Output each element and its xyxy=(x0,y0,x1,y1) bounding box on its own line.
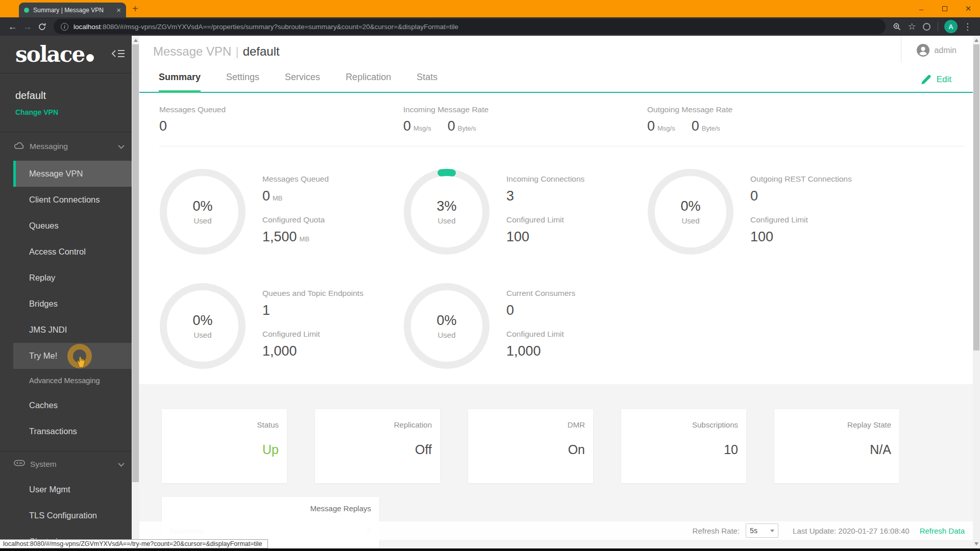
sidebar-item-transactions[interactable]: Transactions xyxy=(13,418,132,444)
logo-dot-icon xyxy=(86,54,94,62)
sidebar-item-tls-configuration[interactable]: TLS Configuration xyxy=(13,503,132,529)
sidebar-item-replay[interactable]: Replay xyxy=(13,265,132,291)
tab-settings[interactable]: Settings xyxy=(226,72,259,93)
gauge-current-consumers: 0%Used Current Consumers 0 Configured Li… xyxy=(403,283,647,370)
sidebar-item-caches[interactable]: Caches xyxy=(13,392,132,418)
zoom-icon[interactable] xyxy=(890,19,904,34)
sidebar-item-client-connections[interactable]: Client Connections xyxy=(13,187,132,213)
gauge-incoming-connections: 3%Used Incoming Connections 3 Configured… xyxy=(403,168,647,256)
sidebar-item-message-vpn[interactable]: Message VPN xyxy=(13,161,132,187)
tile-replay-state: Replay State N/A xyxy=(774,409,899,483)
edit-button[interactable]: Edit xyxy=(920,73,951,86)
url-text: localhost:8080/#/msg-vpns/ZGVmYXVsdA==/p… xyxy=(74,23,458,31)
gauges: 0%Used Messages Queued 0MB Configured Qu… xyxy=(159,168,891,397)
url-bar[interactable]: i localhost:8080/#/msg-vpns/ZGVmYXVsdA==… xyxy=(54,19,886,34)
url-path: :8080/#/msg-vpns/ZGVmYXVsdA==/properties… xyxy=(101,23,458,31)
status-bubble: localhost:8080/#/msg-vpns/ZGVmYXVsdA==/t… xyxy=(0,539,268,548)
main-content: Message VPN|default admin Summary Settin… xyxy=(139,36,973,551)
main-scrollbar-thumb[interactable] xyxy=(973,44,979,350)
try-me-label: Try Me! xyxy=(29,351,57,361)
sidebar-scrollbar[interactable] xyxy=(132,36,139,548)
browser-tab[interactable]: Summary | Message VPN × xyxy=(19,3,126,17)
scroll-down-icon[interactable] xyxy=(974,542,978,545)
metric-outgoing-rate: Outgoing Message Rate 0Msg/s 0Byte/s xyxy=(647,100,891,146)
hand-cursor-icon xyxy=(76,355,87,370)
system-chip-icon xyxy=(14,459,25,469)
collapse-sidebar-icon[interactable] xyxy=(111,48,126,61)
profile-ring-icon[interactable] xyxy=(919,19,934,34)
sidebar-header: solace xyxy=(0,36,132,73)
sidebar-item-try-me[interactable]: Try Me! xyxy=(13,343,132,369)
browser-avatar[interactable]: A xyxy=(944,20,958,33)
tab-replication[interactable]: Replication xyxy=(346,72,391,93)
reload-button[interactable] xyxy=(35,19,50,34)
main-scrollbar[interactable] xyxy=(973,36,980,548)
metric-messages-queued: Messages Queued 0 xyxy=(159,100,403,146)
page-title-vpn-name: default xyxy=(243,44,280,58)
sidebar-item-jms-jndi[interactable]: JMS JNDI xyxy=(13,317,132,343)
url-host: localhost xyxy=(74,23,101,31)
sidebar-item-queues[interactable]: Queues xyxy=(13,213,132,239)
sidebar-item-advanced-messaging[interactable]: Advanced Messaging xyxy=(13,369,132,392)
refresh-rate-select[interactable]: 5s xyxy=(746,523,778,538)
section-label-system: System xyxy=(30,460,57,469)
solace-logo: solace xyxy=(15,44,94,65)
screen-edge xyxy=(0,548,980,551)
status-badge: Up xyxy=(170,442,279,457)
page-title-section: Message VPN xyxy=(153,44,231,58)
sidebar-item-access-control[interactable]: Access Control xyxy=(13,239,132,265)
cloud-icon xyxy=(14,141,24,152)
scroll-up-icon[interactable] xyxy=(134,39,138,42)
toolbar-divider xyxy=(938,22,938,31)
browser-menu-icon[interactable]: ⋮ xyxy=(960,19,975,34)
maximize-button[interactable] xyxy=(933,0,957,17)
sidebar-item-bridges[interactable]: Bridges xyxy=(13,291,132,317)
top-metrics: Messages Queued 0 Incoming Message Rate … xyxy=(159,100,964,146)
tab-close-icon[interactable]: × xyxy=(116,6,121,14)
minimize-button[interactable]: – xyxy=(910,0,933,17)
user-menu[interactable]: admin xyxy=(917,44,957,57)
screen: Summary | Message VPN × + – ✕ ← → i loca… xyxy=(0,0,980,551)
sidebar-scrollbar-thumb[interactable] xyxy=(132,44,139,482)
tile-subscriptions: Subscriptions 10 xyxy=(621,409,746,483)
tab-summary[interactable]: Summary xyxy=(159,72,201,93)
tab-stats[interactable]: Stats xyxy=(416,72,437,93)
tile-replication: Replication Off xyxy=(315,409,440,483)
section-label-messaging: Messaging xyxy=(30,142,68,151)
pencil-icon xyxy=(920,73,932,86)
forward-button: → xyxy=(20,19,35,34)
browser-toolbar: ← → i localhost:8080/#/msg-vpns/ZGVmYXVs… xyxy=(0,17,980,36)
bookmark-star-icon[interactable]: ☆ xyxy=(904,19,919,34)
refresh-bar: Refresh Rate: 5s Last Update: 2020-01-27… xyxy=(139,521,973,540)
tab-bar: Summary Settings Services Replication St… xyxy=(159,72,437,93)
close-button[interactable]: ✕ xyxy=(957,0,980,17)
back-button[interactable]: ← xyxy=(5,19,20,34)
favicon-icon xyxy=(24,8,29,13)
vpn-block: default Change VPN xyxy=(0,73,132,132)
last-update-text: Last Update: 2020-01-27 16:08:40 xyxy=(793,527,910,535)
chevron-down-icon[interactable] xyxy=(118,460,125,469)
refresh-rate-label: Refresh Rate: xyxy=(693,527,740,535)
metric-incoming-rate: Incoming Message Rate 0Msg/s 0Byte/s xyxy=(403,100,647,146)
change-vpn-link[interactable]: Change VPN xyxy=(15,108,116,116)
scroll-up-icon[interactable] xyxy=(974,39,978,42)
chevron-down-icon[interactable] xyxy=(118,142,125,151)
tile-status: Status Up xyxy=(162,409,287,483)
header-divider xyxy=(901,36,901,63)
select-chevron-icon xyxy=(770,530,774,532)
user-icon xyxy=(917,44,929,57)
sidebar-item-user-mgmt[interactable]: User Mgmt xyxy=(13,477,132,503)
gauge-queues-topic-endpoints: 0%Used Queues and Topic Endpoints 1 Conf… xyxy=(159,283,403,370)
refresh-data-link[interactable]: Refresh Data xyxy=(920,527,965,535)
page-info-icon[interactable]: i xyxy=(61,23,68,31)
gauge-outgoing-rest-connections: 0%Used Outgoing REST Connections 0 Confi… xyxy=(647,168,891,256)
current-vpn-name: default xyxy=(15,90,116,102)
new-tab-button[interactable]: + xyxy=(132,3,138,15)
tab-services[interactable]: Services xyxy=(285,72,320,93)
page-title: Message VPN|default xyxy=(153,44,280,59)
user-name: admin xyxy=(934,46,957,55)
sidebar-section-system[interactable]: System xyxy=(0,451,132,477)
sidebar-section-messaging[interactable]: Messaging xyxy=(0,132,132,161)
gauge-spool-usage: 0%Used Messages Queued 0MB Configured Qu… xyxy=(159,168,403,256)
browser-titlebar: Summary | Message VPN × + – ✕ xyxy=(0,0,980,17)
